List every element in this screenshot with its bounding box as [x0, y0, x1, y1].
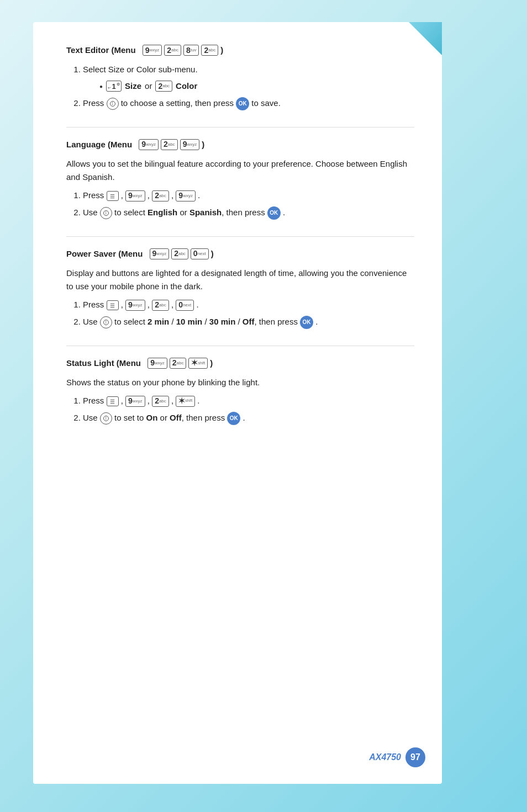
key-0next-ps: 0next [191, 248, 209, 259]
steps-language: Press , 9wxyz , 2abc , 9wxyz . Use to se… [66, 189, 414, 220]
key-9wxyz-sl1: 9wxyz [125, 396, 145, 407]
key-2abc-sl: 2abc [170, 358, 187, 369]
key-2abc-ps1: 2abc [152, 300, 169, 311]
key-8tuv-1: 8tuv [183, 45, 199, 56]
lang-step-2: Use to select English or Spanish, then p… [83, 206, 414, 220]
key-2abc-lang: 2abc [161, 139, 178, 150]
key-star-sl: ✶shift [188, 358, 208, 369]
divider-2 [66, 236, 414, 237]
key-1: 1 ⚙ ↩ [106, 81, 122, 92]
ps-step-1: Press , 9wxyz , 2abc , 0next . [83, 299, 414, 311]
menu-icon-ps-1 [107, 300, 119, 310]
section-status-light: Status Light (Menu 9wxyz 2abc ✶shift ) S… [66, 357, 414, 425]
ps-step-2: Use to select 2 min / 10 min / 30 min / … [83, 316, 414, 329]
power-saver-description: Display and buttons are lighted for a de… [66, 267, 414, 293]
bullet-list: 1 ⚙ ↩ Size or 2abc Color [83, 80, 414, 93]
key-2abc-ps: 2abc [171, 248, 188, 259]
menu-icon-lang-1 [107, 191, 119, 201]
nav-icon-1 [107, 98, 119, 110]
sl-step-1: Press , 9wxyz , 2abc , ✶shift . [83, 395, 414, 407]
menu-icon-sl-1 [107, 396, 119, 406]
ok-badge-sl: OK [227, 412, 240, 425]
key-2abc-2: 2abc [201, 45, 218, 56]
key-9wxyz-ps1: 9wxyz [125, 300, 145, 311]
step-1: Select Size or Color sub-menu. 1 ⚙ ↩ Siz… [83, 63, 414, 93]
section-title-power-saver: Power Saver (Menu 9wxyz 2abc 0next ) [66, 248, 414, 261]
steps-status-light: Press , 9wxyz , 2abc , ✶shift . Use to s… [66, 395, 414, 425]
section-power-saver: Power Saver (Menu 9wxyz 2abc 0next ) Dis… [66, 248, 414, 329]
page-number: 97 [405, 747, 425, 767]
section-text-editor: Text Editor (Menu 9wxyz 2abc 8tuv 2abc )… [66, 44, 414, 110]
steps-power-saver: Press , 9wxyz , 2abc , 0next . Use to se… [66, 299, 414, 329]
ok-badge-1: OK [236, 97, 249, 110]
key-9wxyz-sl-1: 9wxyz [147, 358, 167, 369]
page-footer: AX4750 97 [369, 747, 425, 767]
key-2abc-sl1: 2abc [152, 396, 169, 407]
key-2abc-l1: 2abc [152, 190, 169, 201]
language-description: Allows you to set the bilingual feature … [66, 157, 414, 184]
divider-3 [66, 346, 414, 346]
sl-step-2: Use to set to On or Off, then press OK . [83, 412, 414, 425]
status-light-description: Shows the status on your phone by blinki… [66, 376, 414, 389]
nav-icon-lang [100, 207, 112, 219]
bullet-item: 1 ⚙ ↩ Size or 2abc Color [99, 80, 414, 93]
section-title-text-editor: Text Editor (Menu 9wxyz 2abc 8tuv 2abc ) [66, 44, 414, 57]
section-title-language: Language (Menu 9wxyz 2abc 9wxyz ) [66, 139, 414, 151]
steps-text-editor: Select Size or Color sub-menu. 1 ⚙ ↩ Siz… [66, 63, 414, 110]
ok-badge-ps: OK [300, 316, 313, 329]
page-container: Text Editor (Menu 9wxyz 2abc 8tuv 2abc )… [33, 22, 442, 784]
key-9wxyz-lang-1: 9wxyz [139, 139, 159, 150]
key-9wxyz-lang-2: 9wxyz [180, 139, 200, 150]
model-name: AX4750 [369, 751, 401, 764]
step-2: Press to choose a setting, then press OK… [83, 97, 414, 110]
key-0next-ps1: 0next [176, 300, 194, 311]
key-9wxyz-ps-1: 9wxyz [150, 248, 170, 259]
lang-step-1: Press , 9wxyz , 2abc , 9wxyz . [83, 189, 414, 202]
key-9wxyz-l1: 9wxyz [125, 190, 145, 201]
nav-icon-ps [100, 316, 112, 328]
nav-icon-sl [100, 412, 112, 424]
divider-1 [66, 127, 414, 128]
key-9wxyz-l2: 9wxyz [176, 190, 196, 201]
section-title-status-light: Status Light (Menu 9wxyz 2abc ✶shift ) [66, 357, 414, 370]
key-star-sl1: ✶shift [176, 396, 195, 407]
section-language: Language (Menu 9wxyz 2abc 9wxyz ) Allows… [66, 139, 414, 220]
key-2abc-1: 2abc [164, 45, 181, 56]
ok-badge-lang: OK [267, 206, 281, 220]
key-2abc-bullet: 2abc [155, 81, 172, 92]
key-9wxyz-1: 9wxyz [143, 45, 162, 56]
